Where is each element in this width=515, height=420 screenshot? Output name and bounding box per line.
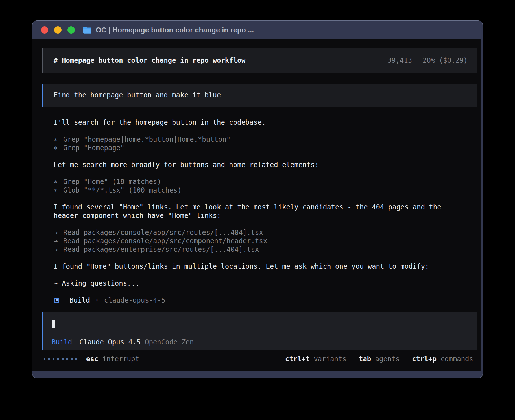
tool-call-read: →Read packages/console/app/src/routes/[.… <box>54 228 477 237</box>
text-cursor <box>52 320 55 328</box>
spinner-dot <box>66 358 68 360</box>
spinner-dot <box>75 358 77 360</box>
tool-call-label: Grep "Homepage" <box>63 144 125 152</box>
asterisk-icon: ∗ <box>54 178 63 186</box>
hint-key: ctrl+t <box>285 355 310 363</box>
hint-space <box>437 355 440 363</box>
agent-build-icon-inner <box>56 299 58 301</box>
right-hints: ctrl+t variants tab agents ctrl+p comman… <box>285 355 473 363</box>
hint-key: esc <box>86 355 98 363</box>
user-message: Find the homepage button and make it blu… <box>42 84 477 107</box>
session-title: # Homepage button color change in repo w… <box>54 56 245 65</box>
tool-call-label: Read packages/enterprise/src/routes/[...… <box>63 246 259 253</box>
tool-call-grep: ∗Grep "Homepage" <box>54 144 477 152</box>
assistant-paragraph: I found several "Home" links. Let me loo… <box>54 203 477 220</box>
spinner-dot <box>53 358 54 360</box>
agent-build-icon <box>54 298 59 303</box>
titlebar: OC | Homepage button color change in rep… <box>32 21 483 39</box>
maximize-button[interactable] <box>67 26 75 34</box>
tool-call-grep: ∗Grep "homepage|home.*button|Home.*butto… <box>54 135 477 144</box>
tool-call-label: Grep "homepage|home.*button|Home.*button… <box>63 135 230 143</box>
working-status: ~ Asking questions... <box>54 279 477 288</box>
terminal-window: OC | Homepage button color change in rep… <box>32 20 483 378</box>
tool-call-group: ∗Grep "Home" (18 matches) ∗Glob "**/*.ts… <box>54 178 477 194</box>
tool-call-group: ∗Grep "homepage|home.*button|Home.*butto… <box>54 135 477 152</box>
traffic-lights <box>41 26 75 34</box>
spinner-dot <box>48 358 50 360</box>
hint-label <box>98 355 102 363</box>
model-row: Build Claude Opus 4.5 OpenCode Zen <box>52 338 469 346</box>
paragraph-line: I found several "Home" links. Let me loo… <box>54 203 477 211</box>
hint-key: tab <box>359 355 371 363</box>
spinner-dots <box>44 358 77 360</box>
tool-call-label: Glob "**/*.tsx" (100 matches) <box>63 186 182 194</box>
terminal-content: # Homepage button color change in repo w… <box>32 39 481 371</box>
spinner-dot <box>71 358 73 360</box>
asterisk-icon: ∗ <box>54 186 63 194</box>
input-model-label: Claude Opus 4.5 <box>79 338 141 346</box>
token-count: 39,413 <box>387 56 412 65</box>
tool-call-read: →Read packages/console/app/src/component… <box>54 237 477 245</box>
tool-call-glob: ∗Glob "**/*.tsx" (100 matches) <box>54 186 477 194</box>
arrow-right-icon: → <box>54 237 63 245</box>
folder-icon <box>82 26 92 34</box>
tool-call-label: Read packages/console/app/src/routes/[..… <box>63 229 263 237</box>
hint-label-text: variants <box>314 355 346 363</box>
prompt-input[interactable]: Build Claude Opus 4.5 OpenCode Zen <box>42 312 477 350</box>
agent-model: claude-opus-4-5 <box>104 296 165 305</box>
paragraph-line: header component which have "Home" links… <box>54 211 477 220</box>
hint-key: ctrl+p <box>412 355 437 363</box>
tool-call-label: Grep "Home" (18 matches) <box>63 178 161 186</box>
minimize-button[interactable] <box>54 26 62 34</box>
tool-call-label: Read packages/console/app/src/component/… <box>63 237 267 245</box>
title-group: OC | Homepage button color change in rep… <box>82 26 254 34</box>
spinner-dot <box>57 358 59 360</box>
session-header: # Homepage button color change in repo w… <box>42 48 477 73</box>
context-usage: 20% ($0.29) <box>423 56 468 65</box>
assistant-paragraph: Let me search more broadly for buttons a… <box>54 161 477 169</box>
spinner-dot <box>62 358 64 360</box>
arrow-right-icon: → <box>54 228 63 237</box>
hint-interrupt: esc interrupt <box>86 355 139 363</box>
hint-space <box>371 355 375 363</box>
arrow-right-icon: → <box>54 245 63 254</box>
hint-label-text: commands <box>440 355 473 363</box>
spinner-dot <box>44 358 45 360</box>
tool-call-group: →Read packages/console/app/src/routes/[.… <box>54 228 477 254</box>
tool-call-grep: ∗Grep "Home" (18 matches) <box>54 178 477 186</box>
hint-label-text: agents <box>375 355 400 363</box>
input-provider-label: OpenCode Zen <box>145 338 194 346</box>
input-agent-label[interactable]: Build <box>52 338 72 346</box>
assistant-paragraph: I'll search for the homepage button in t… <box>54 118 477 127</box>
hint-variants: ctrl+t variants <box>285 355 346 363</box>
asterisk-icon: ∗ <box>54 135 63 144</box>
transcript: I'll search for the homepage button in t… <box>42 118 477 305</box>
asterisk-icon: ∗ <box>54 144 63 152</box>
user-message-text: Find the homepage button and make it blu… <box>54 91 221 99</box>
agent-row: Build · claude-opus-4-5 <box>54 296 477 305</box>
agent-name: Build <box>69 296 90 305</box>
session-stats: 39,413 20% ($0.29) <box>387 56 468 65</box>
status-bar: esc interrupt ctrl+t variants tab agents… <box>42 355 477 371</box>
separator-dot: · <box>95 296 99 305</box>
hint-label-text: interrupt <box>102 355 139 363</box>
hint-space <box>310 355 314 363</box>
hint-commands: ctrl+p commands <box>412 355 473 363</box>
assistant-paragraph: I found "Home" buttons/links in multiple… <box>54 262 477 271</box>
hint-agents: tab agents <box>359 355 400 363</box>
window-title: OC | Homepage button color change in rep… <box>96 26 254 34</box>
close-button[interactable] <box>41 26 48 34</box>
tool-call-read: →Read packages/enterprise/src/routes/[..… <box>54 245 477 254</box>
